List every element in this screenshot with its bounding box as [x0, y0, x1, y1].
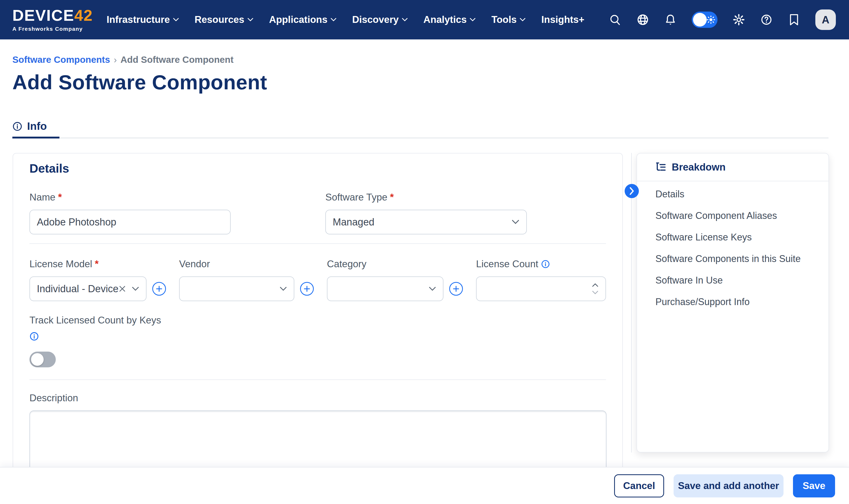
breadcrumb-current: Add Software Component — [120, 54, 233, 65]
add-category-button[interactable] — [449, 282, 463, 295]
chevron-down-icon — [280, 287, 287, 291]
license-model-group: License Model * Individual - Device — [30, 258, 166, 301]
spinner-down-icon[interactable] — [592, 291, 599, 294]
globe-icon[interactable] — [637, 13, 649, 26]
chevron-down-icon — [173, 18, 179, 21]
category-select[interactable] — [327, 276, 444, 301]
logo-text: DEVICE42 — [12, 7, 93, 23]
clear-x-icon[interactable] — [119, 285, 126, 292]
track-keys-label: Track Licensed Count by Keys — [30, 315, 606, 326]
user-avatar[interactable]: A — [815, 10, 836, 30]
menu-infrastructure[interactable]: Infrastructure — [106, 14, 179, 25]
license-model-select[interactable]: Individual - Device — [30, 276, 146, 301]
chevron-down-icon — [512, 220, 519, 224]
bookmark-icon[interactable] — [788, 13, 800, 26]
add-vendor-button[interactable] — [300, 282, 314, 295]
breakdown-item-in-use[interactable]: Software In Use — [637, 270, 829, 291]
logo-device: DEVIC — [12, 6, 63, 24]
required-asterisk: * — [95, 258, 99, 270]
settings-gear-icon[interactable] — [732, 13, 745, 26]
save-button[interactable]: Save — [793, 474, 835, 498]
license-count-block: License Count — [476, 258, 606, 301]
theme-toggle[interactable] — [692, 12, 717, 28]
chevron-down-icon — [247, 18, 253, 21]
breakdown-item-license-keys[interactable]: Software License Keys — [637, 227, 829, 248]
vendor-select[interactable] — [179, 276, 294, 301]
menu-tools[interactable]: Tools — [491, 14, 525, 25]
collapse-breakdown-button[interactable] — [625, 184, 639, 198]
details-card: Details Name * Software Type * Managed — [13, 153, 623, 504]
vendor-label: Vendor — [179, 258, 294, 270]
chevron-down-icon — [402, 18, 408, 21]
license-count-label: License Count — [476, 258, 606, 270]
menu-discovery[interactable]: Discovery — [352, 14, 408, 25]
category-label: Category — [327, 258, 444, 270]
breakdown-item-purchase[interactable]: Purchase/Support Info — [637, 291, 829, 313]
avatar-letter: A — [822, 14, 830, 26]
toggle-knob — [31, 353, 44, 366]
menu-applications[interactable]: Applications — [269, 14, 336, 25]
help-icon[interactable] — [760, 13, 773, 26]
info-icon[interactable] — [30, 331, 39, 341]
license-model-label: License Model * — [30, 258, 146, 270]
tab-info[interactable]: Info — [12, 116, 59, 139]
menu-resources[interactable]: Resources — [195, 14, 253, 25]
chevron-right-icon — [629, 187, 635, 195]
save-and-add-another-button[interactable]: Save and add another — [674, 474, 783, 498]
chevron-down-icon — [331, 18, 336, 21]
section-divider — [30, 243, 606, 244]
name-label: Name * — [30, 192, 231, 203]
form-row-2: License Model * Individual - Device Ve — [30, 258, 606, 301]
software-type-field-block: Software Type * Managed — [325, 192, 527, 234]
plus-icon — [156, 285, 162, 292]
top-navbar: DEVICE42 A Freshworks Company Infrastruc… — [0, 0, 849, 39]
chevron-down-icon — [132, 287, 139, 291]
logo-42: 42 — [74, 6, 93, 24]
page-title: Add Software Component — [12, 70, 267, 94]
breakdown-list: Details Software Component Aliases Softw… — [637, 181, 829, 313]
chevron-down-icon — [470, 18, 475, 21]
spinner-up-icon[interactable] — [592, 283, 599, 287]
required-asterisk: * — [390, 192, 394, 203]
breakdown-item-aliases[interactable]: Software Component Aliases — [637, 205, 829, 227]
breakdown-tree-icon — [655, 162, 666, 173]
chevron-down-icon — [429, 287, 436, 291]
number-spinner — [592, 283, 599, 294]
menu-insights[interactable]: Insights+ — [541, 14, 584, 25]
section-title-details: Details — [30, 161, 606, 176]
logo-tagline: A Freshworks Company — [12, 26, 93, 32]
track-keys-block: Track Licensed Count by Keys — [30, 315, 606, 367]
plus-icon — [304, 285, 310, 292]
add-license-model-button[interactable] — [152, 282, 166, 295]
breadcrumb: Software Components › Add Software Compo… — [12, 54, 233, 65]
info-icon[interactable] — [541, 259, 550, 269]
chevron-down-icon — [520, 18, 525, 21]
cancel-button[interactable]: Cancel — [614, 474, 664, 498]
sun-icon — [707, 15, 715, 24]
navbar-actions: A — [609, 10, 836, 30]
section-divider — [30, 379, 606, 380]
notifications-bell-icon[interactable] — [664, 13, 677, 26]
breadcrumb-separator: › — [114, 54, 117, 65]
info-icon — [12, 121, 22, 131]
required-asterisk: * — [58, 192, 62, 203]
action-footer: Cancel Save and add another Save — [0, 467, 849, 504]
plus-icon — [453, 285, 460, 292]
search-icon[interactable] — [609, 13, 622, 26]
name-field-block: Name * — [30, 192, 231, 234]
track-keys-toggle[interactable] — [30, 352, 56, 367]
main-menu: Infrastructure Resources Applications Di… — [106, 14, 585, 25]
software-type-label: Software Type * — [325, 192, 527, 203]
breakdown-item-suite[interactable]: Software Components in this Suite — [637, 248, 829, 270]
breadcrumb-parent-link[interactable]: Software Components — [12, 54, 110, 65]
tab-bar: Info — [12, 116, 829, 139]
breakdown-item-details[interactable]: Details — [637, 183, 829, 205]
category-group: Category — [327, 258, 463, 301]
device42-logo[interactable]: DEVICE42 A Freshworks Company — [12, 7, 93, 32]
description-label: Description — [30, 393, 606, 403]
menu-analytics[interactable]: Analytics — [423, 14, 476, 25]
software-type-select[interactable]: Managed — [325, 210, 527, 234]
vendor-group: Vendor — [179, 258, 314, 301]
name-input[interactable] — [30, 210, 231, 234]
license-count-input[interactable] — [476, 276, 606, 301]
